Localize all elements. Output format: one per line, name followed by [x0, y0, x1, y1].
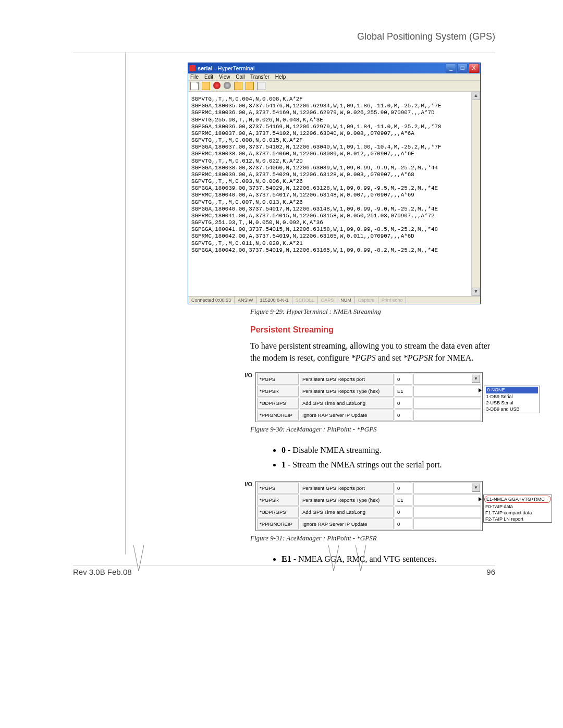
- menu-edit[interactable]: Edit: [204, 74, 213, 80]
- menu-view[interactable]: View: [219, 74, 230, 80]
- status-caps: CAPS: [318, 297, 338, 304]
- param-field[interactable]: [413, 398, 481, 409]
- figure-29-caption: Figure 9-29: HyperTerminal : NMEA Stream…: [250, 307, 495, 316]
- param-name: *PPIGNOREIP: [257, 519, 299, 529]
- section-paragraph: To have persistent streaming, allowing y…: [250, 340, 495, 364]
- param-dropdown[interactable]: E1-NMEA GGA+VTG+RMC F0-TAIP data F1-TAIP…: [413, 495, 481, 505]
- param-dropdown[interactable]: ▼: [413, 483, 481, 493]
- terminal-output: $GPVTG,,T,,M,0.004,N,0.008,K,A*2F $GPGGA…: [188, 92, 480, 296]
- cut-mark-icon: [318, 545, 349, 582]
- param-name: *UDPRGPS: [257, 398, 299, 409]
- window-title-app: - HyperTerminal: [213, 65, 255, 71]
- param-value[interactable]: 0: [395, 398, 412, 409]
- table-row: *PPIGNOREIP Ignore RAP Server IP Update …: [257, 410, 481, 421]
- page-header: Global Positioning System (GPS): [73, 31, 495, 42]
- param-desc: Persistent GPS Reports Type (hex): [300, 386, 394, 397]
- param-value[interactable]: E1: [395, 386, 412, 397]
- param-value[interactable]: 0: [395, 374, 412, 385]
- status-echo: Print echo: [378, 297, 407, 304]
- acemanager-pgps-table: *PGPS Persistent GPS Reports port 0 ▼ *P…: [255, 372, 483, 422]
- param-desc: Ignore RAP Server IP Update: [300, 410, 394, 421]
- param-desc: Persistent GPS Reports port: [300, 374, 394, 385]
- section-heading: Persistent Streaming: [250, 325, 495, 335]
- dropdown-option[interactable]: 1-DB9 Serial: [486, 393, 538, 400]
- param-name: *PGPS: [257, 483, 299, 493]
- menu-help[interactable]: Help: [275, 74, 286, 80]
- table-row: *PGPS Persistent GPS Reports port 0 ▼: [257, 483, 481, 493]
- dropdown-option[interactable]: 0-NONE: [486, 387, 538, 393]
- param-dropdown[interactable]: ▼: [413, 374, 481, 385]
- connect-icon[interactable]: [213, 82, 221, 89]
- io-column-header: I/O: [240, 372, 252, 378]
- table-row: *UDPRGPS Add GPS Time and Lat/Long 0: [257, 507, 481, 517]
- param-dropdown[interactable]: 0-NONE 1-DB9 Serial 2-USB Serial 3-DB9 a…: [413, 386, 481, 397]
- scrollbar[interactable]: ▲ ▼: [471, 92, 480, 296]
- bullet-list-gpsr: E1 - NMEA GGA, RMC, and VTG sentences.: [261, 552, 495, 566]
- receive-icon[interactable]: [246, 82, 254, 90]
- maximize-button[interactable]: □: [457, 64, 468, 73]
- table-row: *PGPS Persistent GPS Reports port 0 ▼: [257, 374, 481, 385]
- window-titlebar[interactable]: serial - HyperTerminal _ □ X: [188, 63, 480, 73]
- minimize-button[interactable]: _: [446, 64, 456, 73]
- status-capture: Capture: [355, 297, 378, 304]
- status-num: NUM: [337, 297, 355, 304]
- dropdown-arrow-icon[interactable]: ▼: [472, 375, 480, 383]
- list-item: E1 - NMEA GGA, RMC, and VTG sentences.: [282, 552, 495, 566]
- param-value[interactable]: 0: [395, 410, 412, 421]
- menu-call[interactable]: Call: [236, 74, 244, 80]
- acemanager-pgps-block: I/O *PGPS Persistent GPS Reports port 0 …: [240, 372, 495, 422]
- cut-mark-icon: [123, 545, 154, 582]
- scroll-up-icon[interactable]: ▲: [472, 92, 480, 100]
- param-value[interactable]: 0: [395, 519, 412, 529]
- properties-icon[interactable]: [257, 82, 265, 90]
- send-icon[interactable]: [234, 82, 242, 90]
- param-value[interactable]: 0: [395, 483, 412, 493]
- open-icon[interactable]: [202, 82, 210, 90]
- new-icon[interactable]: [190, 82, 199, 90]
- param-field[interactable]: [413, 507, 481, 517]
- figure-30-caption: Figure 9-30: AceManager : PinPoint - *PG…: [250, 425, 495, 434]
- param-desc: Persistent GPS Reports Type (hex): [300, 495, 394, 505]
- param-desc: Add GPS Time and Lat/Long: [300, 398, 394, 409]
- acemanager-gpsr-block: I/O *PGPS Persistent GPS Reports port 0 …: [240, 481, 495, 531]
- dropdown-arrow-icon[interactable]: ▼: [472, 484, 480, 492]
- menu-transfer[interactable]: Transfer: [250, 74, 270, 80]
- figure-31-caption: Figure 9-31: AceManager : PinPoint - *GP…: [250, 534, 495, 542]
- window-title-doc: serial: [198, 65, 213, 71]
- menu-bar[interactable]: File Edit View Call Transfer Help: [188, 73, 480, 81]
- param-field[interactable]: [413, 410, 481, 421]
- status-scroll: SCROLL: [292, 297, 318, 304]
- table-row: *PGPSR Persistent GPS Reports Type (hex)…: [257, 495, 481, 505]
- status-port: 115200 8-N-1: [257, 297, 292, 304]
- acemanager-gpsr-table: *PGPS Persistent GPS Reports port 0 ▼ *P…: [255, 481, 483, 531]
- param-value[interactable]: E1: [395, 495, 412, 505]
- dropdown-option[interactable]: F2-TAIP LN report: [484, 516, 552, 522]
- param-name: *UDPRGPS: [257, 507, 299, 517]
- bullet-list-pgps: 0 - Disable NMEA streaming. 1 - Stream t…: [261, 443, 495, 471]
- header-divider: [73, 53, 495, 53]
- hyperterminal-window: serial - HyperTerminal _ □ X File Edit V…: [188, 63, 481, 304]
- dropdown-option-selected[interactable]: E1-NMEA GGA+VTG+RMC: [484, 496, 551, 503]
- dropdown-popup[interactable]: E1-NMEA GGA+VTG+RMC F0-TAIP data F1-TAIP…: [483, 495, 552, 523]
- param-name: *PGPSR: [257, 495, 299, 505]
- param-field[interactable]: [413, 519, 481, 529]
- app-icon: [189, 65, 195, 71]
- list-item: 0 - Disable NMEA streaming.: [282, 443, 495, 457]
- dropdown-option[interactable]: 2-USB Serial: [486, 400, 538, 406]
- cut-mark-icon: [345, 545, 376, 582]
- footer-page-number: 96: [486, 567, 495, 576]
- dropdown-option[interactable]: F0-TAIP data: [484, 503, 552, 510]
- margin-rule: [125, 52, 126, 554]
- dropdown-option[interactable]: F1-TAIP compact data: [484, 510, 552, 516]
- table-row: *PGPSR Persistent GPS Reports Type (hex)…: [257, 386, 481, 397]
- table-row: *UDPRGPS Add GPS Time and Lat/Long 0: [257, 398, 481, 409]
- scroll-down-icon[interactable]: ▼: [472, 288, 480, 296]
- close-button[interactable]: X: [469, 64, 479, 73]
- dropdown-popup[interactable]: 0-NONE 1-DB9 Serial 2-USB Serial 3-DB9 a…: [484, 386, 540, 413]
- disconnect-icon[interactable]: [224, 82, 231, 89]
- param-name: *PGPS: [257, 374, 299, 385]
- menu-file[interactable]: File: [190, 74, 199, 80]
- dropdown-option[interactable]: 3-DB9 and USB: [486, 406, 538, 412]
- param-value[interactable]: 0: [395, 507, 412, 517]
- status-emulation: ANSIW: [235, 297, 257, 304]
